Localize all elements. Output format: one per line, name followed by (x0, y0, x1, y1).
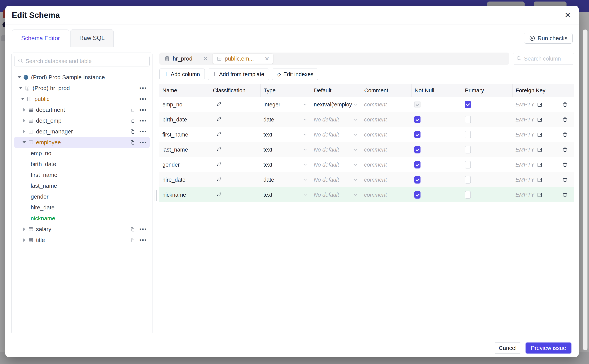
type-select[interactable]: text (260, 157, 311, 172)
type-select[interactable]: date (260, 112, 311, 127)
not-null-checkbox[interactable] (415, 116, 421, 123)
tree-item--prod-prod-sample-instance[interactable]: (Prod) Prod Sample Instance (14, 72, 150, 83)
tree-item-first_name[interactable]: first_name (14, 169, 150, 180)
default-select[interactable]: No default (311, 172, 361, 187)
comment-cell[interactable]: comment (361, 112, 411, 127)
default-select[interactable]: No default (311, 142, 361, 157)
primary-checkbox[interactable] (465, 176, 471, 183)
close-tab-icon[interactable]: ✕ (265, 55, 269, 62)
default-select[interactable]: No default (311, 112, 361, 127)
classification-cell[interactable] (210, 112, 260, 127)
tree-item-title[interactable]: title ⋯ (14, 234, 150, 245)
trash-icon[interactable] (562, 177, 568, 182)
comment-cell[interactable]: comment (361, 97, 411, 112)
edit-foreign-key-icon[interactable] (537, 117, 543, 123)
classification-cell[interactable] (210, 187, 260, 202)
column-name-cell[interactable]: nickname (159, 187, 210, 202)
edit-foreign-key-icon[interactable] (537, 177, 543, 183)
trash-icon[interactable] (562, 117, 568, 122)
copy-icon[interactable] (130, 237, 135, 243)
pencil-icon[interactable] (217, 176, 222, 183)
pencil-icon[interactable] (217, 161, 222, 168)
editor-tab-public-employee[interactable]: public.em... ✕ (213, 54, 273, 64)
preview-issue-button[interactable]: Preview issue (526, 343, 571, 354)
classification-cell[interactable] (210, 157, 260, 172)
column-name-cell[interactable]: emp_no (159, 97, 210, 112)
caret-icon[interactable] (18, 87, 23, 89)
tree-item-employee[interactable]: employee ⋯ (14, 137, 150, 148)
classification-cell[interactable] (210, 142, 260, 157)
trash-icon[interactable] (562, 102, 568, 107)
column-name-cell[interactable]: gender (159, 157, 210, 172)
trash-icon[interactable] (562, 192, 568, 198)
classification-cell[interactable] (210, 172, 260, 187)
type-select[interactable]: text (260, 127, 311, 142)
close-tab-icon[interactable]: ✕ (203, 55, 208, 62)
not-null-checkbox[interactable] (415, 176, 421, 183)
add-from-template-button[interactable]: + Add from template (208, 69, 269, 80)
column-name-cell[interactable]: first_name (159, 127, 210, 142)
copy-icon[interactable] (130, 107, 135, 113)
tab-raw-sql[interactable]: Raw SQL (70, 29, 114, 47)
comment-cell[interactable]: comment (361, 157, 411, 172)
tree-item-emp_no[interactable]: emp_no (14, 148, 150, 159)
add-column-button[interactable]: + Add column (159, 69, 205, 80)
caret-icon[interactable] (17, 76, 22, 78)
sidebar-search-input[interactable] (26, 58, 146, 64)
edit-foreign-key-icon[interactable] (537, 192, 543, 198)
caret-icon[interactable] (20, 98, 25, 100)
editor-tab-hr-prod[interactable]: hr_prod ✕ (161, 54, 212, 64)
tree-item-salary[interactable]: salary ⋯ (14, 224, 150, 234)
edit-foreign-key-icon[interactable] (537, 101, 543, 108)
cancel-button[interactable]: Cancel (494, 343, 521, 354)
column-search-input[interactable] (524, 56, 571, 62)
tab-schema-editor[interactable]: Schema Editor (12, 29, 69, 47)
tree-item-last_name[interactable]: last_name (14, 180, 150, 191)
not-null-checkbox[interactable] (415, 101, 421, 108)
tree-item-nickname[interactable]: nickname (14, 213, 150, 224)
primary-checkbox[interactable] (465, 116, 471, 123)
tree-item--prod-hr_prod[interactable]: (Prod) hr_prod ⋯ (14, 83, 150, 93)
pencil-icon[interactable] (217, 191, 222, 198)
close-icon[interactable]: ✕ (564, 11, 571, 19)
tree-item-dept_manager[interactable]: dept_manager ⋯ (14, 126, 150, 137)
caret-icon[interactable] (21, 238, 27, 242)
panel-resize-handle[interactable] (153, 52, 159, 339)
trash-icon[interactable] (562, 162, 568, 168)
primary-checkbox[interactable] (465, 146, 471, 153)
caret-icon[interactable] (21, 108, 27, 111)
tree-item-public[interactable]: public ⋯ (14, 93, 150, 104)
trash-icon[interactable] (562, 132, 568, 137)
pencil-icon[interactable] (217, 101, 222, 108)
tree-item-hire_date[interactable]: hire_date (14, 202, 150, 213)
tree-item-department[interactable]: department ⋯ (14, 104, 150, 115)
trash-icon[interactable] (562, 147, 568, 152)
classification-cell[interactable] (210, 127, 260, 142)
default-select[interactable]: No default (311, 187, 361, 202)
caret-icon[interactable] (21, 228, 27, 231)
caret-icon[interactable] (21, 130, 27, 133)
type-select[interactable]: text (260, 142, 311, 157)
caret-icon[interactable] (21, 141, 27, 143)
pencil-icon[interactable] (217, 116, 222, 123)
primary-checkbox[interactable] (465, 101, 471, 108)
edit-foreign-key-icon[interactable] (537, 131, 543, 138)
copy-icon[interactable] (130, 118, 135, 124)
run-checks-button[interactable]: Run checks (524, 33, 573, 44)
type-select[interactable]: integer (260, 97, 311, 112)
tree-item-gender[interactable]: gender (14, 191, 150, 202)
comment-cell[interactable]: comment (361, 172, 411, 187)
comment-cell[interactable]: comment (361, 187, 411, 202)
column-name-cell[interactable]: last_name (159, 142, 210, 157)
edit-indexes-button[interactable]: ◇ Edit indexes (272, 69, 318, 80)
caret-icon[interactable] (21, 119, 27, 122)
tree-item-birth_date[interactable]: birth_date (14, 159, 150, 169)
edit-foreign-key-icon[interactable] (537, 147, 543, 153)
default-select[interactable]: No default (311, 127, 361, 142)
type-select[interactable]: date (260, 172, 311, 187)
not-null-checkbox[interactable] (415, 161, 421, 169)
not-null-checkbox[interactable] (415, 131, 421, 138)
edit-foreign-key-icon[interactable] (537, 162, 543, 168)
pencil-icon[interactable] (217, 146, 222, 153)
column-name-cell[interactable]: birth_date (159, 112, 210, 127)
